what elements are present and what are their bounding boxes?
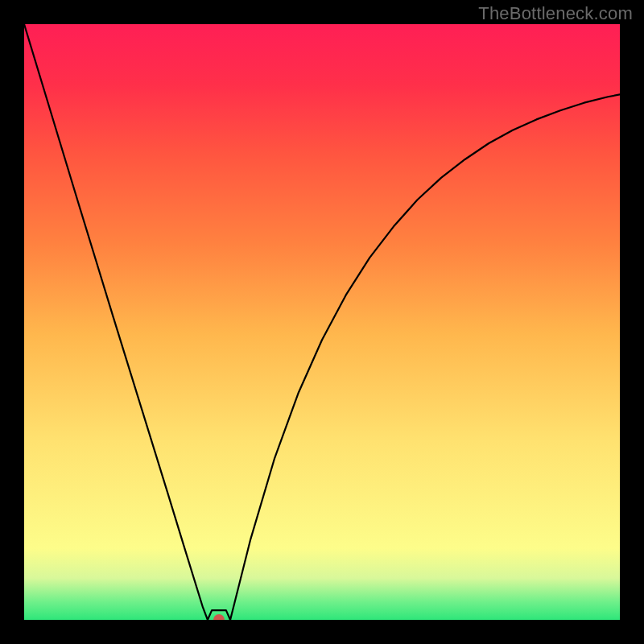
watermark-text: TheBottleneck.com	[478, 3, 633, 24]
bottleneck-curve	[24, 24, 620, 620]
chart-frame: TheBottleneck.com	[0, 0, 644, 644]
plot-area	[24, 24, 620, 620]
optimal-point-marker	[213, 614, 225, 620]
